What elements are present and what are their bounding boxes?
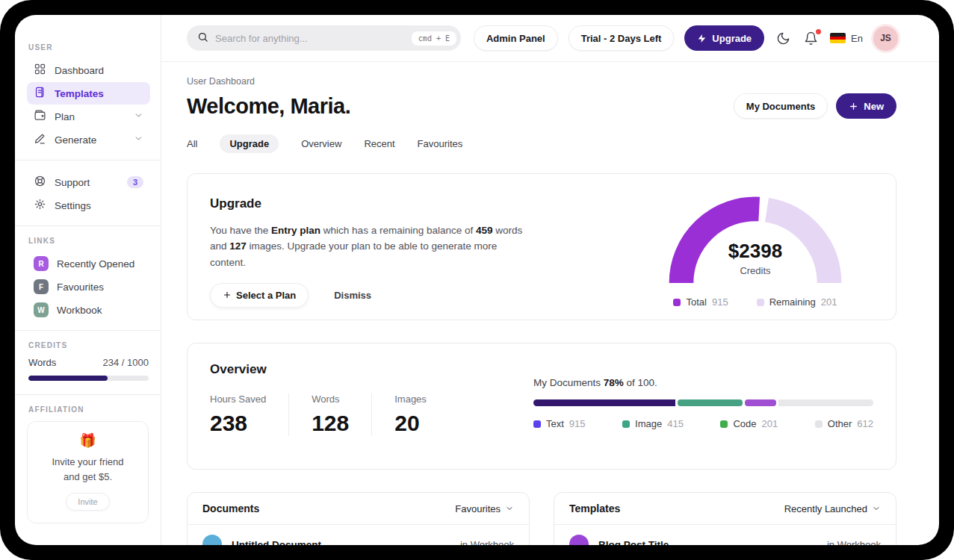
usage-stacked-bar: [533, 399, 873, 406]
chevron-down-icon: [505, 504, 514, 513]
usage-text: My Documents 78% of 100.: [533, 377, 873, 388]
search-input[interactable]: [215, 33, 412, 44]
sidebar-divider: [15, 394, 161, 395]
usage-legend: Text 915 Image 415 Code 20: [533, 418, 873, 429]
template-title: Blog Post Title: [598, 539, 669, 546]
sidebar-item-templates[interactable]: Templates: [27, 82, 150, 105]
trial-badge-button[interactable]: Trial - 2 Days Left: [569, 25, 675, 51]
page-title: Welcome, Maria.: [187, 94, 350, 119]
sidebar-item-label: Recently Opened: [57, 258, 134, 270]
sidebar-section-affiliation: AFFILIATION: [28, 405, 150, 414]
chevron-down-icon: [872, 504, 881, 513]
legend-swatch: [673, 299, 681, 306]
tab-recent[interactable]: Recent: [364, 134, 394, 153]
credits-value: 234 / 1000: [103, 357, 149, 368]
bottom-cards-row: Documents Favourites Untitled Document i…: [187, 492, 896, 545]
document-title: Untitled Document: [232, 539, 321, 546]
search-icon: [197, 31, 208, 46]
sidebar-item-label: Generate: [55, 134, 96, 146]
templates-filter-dropdown[interactable]: Recently Launched: [784, 503, 881, 514]
sidebar-item-label: Plan: [55, 111, 75, 122]
support-badge: 3: [127, 176, 143, 188]
upgrade-card-left: Upgrade You have the Entry plan which ha…: [210, 196, 533, 297]
content: User Dashboard Welcome, Maria. My Docume…: [161, 62, 939, 545]
template-avatar: [569, 535, 589, 545]
affiliation-card: 🎁 Invite your friend and get $5. Invite: [27, 421, 149, 523]
affiliation-text: Invite your friend and get $5.: [35, 455, 140, 484]
templates-card: Templates Recently Launched Blog Post Ti…: [554, 492, 896, 545]
sidebar-item-label: Settings: [55, 200, 91, 211]
usage-segment-text: [533, 399, 675, 406]
gauge-legend: Total 915 Remaining 201: [669, 296, 842, 308]
sidebar-item-favourites[interactable]: F Favourites: [27, 276, 150, 298]
legend-item-other: Other 612: [815, 418, 873, 429]
search-shortcut: cmd + E: [412, 31, 456, 46]
upgrade-button[interactable]: Upgrade: [684, 25, 764, 51]
search-bar[interactable]: cmd + E: [187, 25, 461, 51]
main-area: cmd + E Admin Panel Trial - 2 Days Left …: [161, 15, 939, 545]
user-avatar[interactable]: JS: [873, 26, 898, 51]
documents-filter-dropdown[interactable]: Favourites: [455, 503, 514, 514]
document-location: in Workbook: [460, 539, 514, 546]
invite-button[interactable]: Invite: [66, 493, 109, 511]
credits-label: Words: [28, 357, 56, 368]
tab-favourites[interactable]: Favourites: [418, 134, 463, 153]
notifications-button[interactable]: [802, 30, 820, 47]
sidebar-item-generate[interactable]: Generate: [27, 128, 150, 151]
gear-icon: [34, 198, 46, 213]
select-plan-button[interactable]: Select a Plan: [210, 283, 309, 308]
pencil-icon: [34, 132, 46, 147]
language-label: En: [851, 33, 863, 44]
legend-swatch: [622, 420, 630, 428]
stat-words: Words 128: [288, 393, 371, 436]
sidebar-item-dashboard[interactable]: Dashboard: [27, 59, 150, 81]
wallet-icon: [34, 109, 46, 124]
sidebar-item-plan[interactable]: Plan: [27, 105, 150, 128]
sidebar-item-label: Favourites: [57, 281, 104, 293]
breadcrumb: User Dashboard: [187, 76, 896, 87]
link-letter-avatar: R: [34, 256, 49, 271]
upgrade-card-body: You have the Entry plan which has a rema…: [210, 223, 533, 270]
my-documents-button[interactable]: My Documents: [734, 93, 828, 119]
sidebar-section-user: USER: [28, 43, 150, 52]
legend-swatch: [757, 299, 764, 306]
template-location: in Workbook: [827, 539, 881, 546]
tab-overview[interactable]: Overview: [301, 134, 341, 153]
dismiss-button[interactable]: Dismiss: [334, 290, 371, 301]
language-selector[interactable]: En: [830, 33, 863, 44]
tab-all[interactable]: All: [187, 134, 197, 153]
lifebuoy-icon: [34, 175, 46, 190]
legend-item-image: Image 415: [622, 418, 684, 429]
document-list-item[interactable]: Untitled Document in Workbook: [188, 525, 529, 545]
chevron-down-icon: [134, 134, 143, 146]
sidebar-section-links: LINKS: [28, 237, 150, 245]
legend-swatch: [815, 420, 823, 428]
tabs: All Upgrade Overview Recent Favourites: [187, 134, 896, 153]
template-list-item[interactable]: Blog Post Title in Workbook: [554, 525, 896, 545]
tab-upgrade[interactable]: Upgrade: [220, 134, 279, 153]
page-header: Welcome, Maria. My Documents New: [187, 93, 896, 119]
sidebar-item-label: Templates: [55, 88, 104, 99]
plus-icon: [849, 102, 858, 111]
legend-item-text: Text 915: [533, 418, 586, 429]
overview-stats-block: Overview Hours Saved 238 Words 128: [210, 362, 449, 450]
legend-item-code: Code 201: [720, 418, 778, 429]
chevron-down-icon: [134, 111, 143, 122]
notification-dot: [816, 29, 821, 34]
credits-progressbar: [28, 376, 149, 381]
stat-images: Images 20: [371, 393, 449, 436]
legend-item-total: Total 915: [673, 296, 728, 308]
sidebar: USER Dashboard Templates Plan Generate S…: [15, 15, 161, 545]
dark-mode-toggle[interactable]: [775, 30, 792, 47]
plus-icon: [223, 290, 232, 299]
sidebar-item-recently-opened[interactable]: R Recently Opened: [27, 252, 150, 275]
gift-icon: 🎁: [35, 432, 140, 449]
gauge-value: $2398: [669, 240, 842, 263]
sidebar-item-support[interactable]: Support 3: [27, 171, 150, 193]
overview-card: Overview Hours Saved 238 Words 128: [187, 343, 896, 470]
sidebar-item-settings[interactable]: Settings: [27, 194, 150, 217]
new-button[interactable]: New: [836, 93, 896, 119]
usage-segment-other: [778, 399, 873, 406]
admin-panel-button[interactable]: Admin Panel: [474, 25, 558, 51]
sidebar-item-workbook[interactable]: W Workbook: [27, 299, 150, 321]
